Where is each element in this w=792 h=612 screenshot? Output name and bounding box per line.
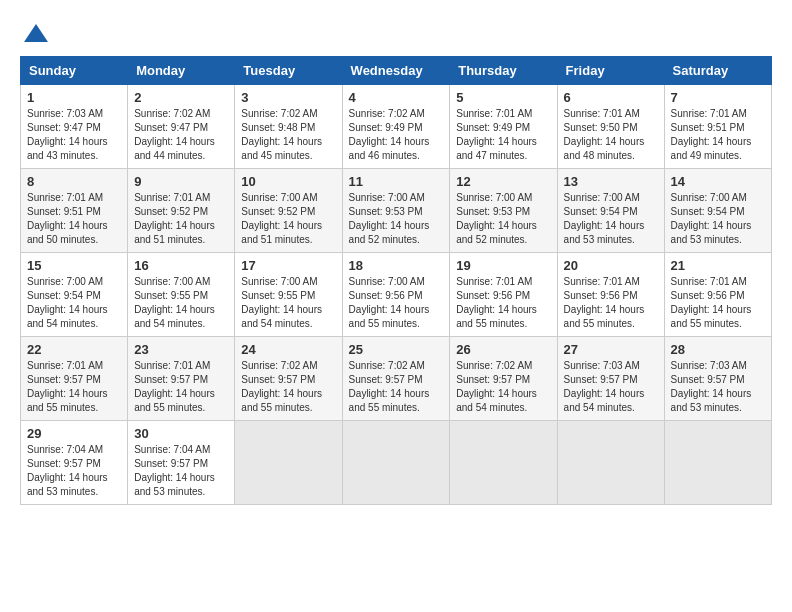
day-number: 2 [134, 90, 228, 105]
calendar-cell [342, 421, 450, 505]
day-number: 30 [134, 426, 228, 441]
day-info: Sunrise: 7:00 AMSunset: 9:56 PMDaylight:… [349, 275, 444, 331]
day-info: Sunrise: 7:04 AMSunset: 9:57 PMDaylight:… [134, 443, 228, 499]
day-info: Sunrise: 7:02 AMSunset: 9:47 PMDaylight:… [134, 107, 228, 163]
day-number: 15 [27, 258, 121, 273]
day-number: 13 [564, 174, 658, 189]
calendar-header-monday: Monday [128, 57, 235, 85]
day-number: 5 [456, 90, 550, 105]
calendar-cell: 17Sunrise: 7:00 AMSunset: 9:55 PMDayligh… [235, 253, 342, 337]
day-info: Sunrise: 7:03 AMSunset: 9:57 PMDaylight:… [671, 359, 765, 415]
calendar-week-3: 15Sunrise: 7:00 AMSunset: 9:54 PMDayligh… [21, 253, 772, 337]
calendar-cell: 30Sunrise: 7:04 AMSunset: 9:57 PMDayligh… [128, 421, 235, 505]
logo [20, 20, 50, 48]
day-info: Sunrise: 7:01 AMSunset: 9:56 PMDaylight:… [456, 275, 550, 331]
day-info: Sunrise: 7:01 AMSunset: 9:57 PMDaylight:… [27, 359, 121, 415]
calendar-cell: 8Sunrise: 7:01 AMSunset: 9:51 PMDaylight… [21, 169, 128, 253]
day-info: Sunrise: 7:04 AMSunset: 9:57 PMDaylight:… [27, 443, 121, 499]
day-number: 3 [241, 90, 335, 105]
calendar-header-thursday: Thursday [450, 57, 557, 85]
day-number: 4 [349, 90, 444, 105]
day-info: Sunrise: 7:01 AMSunset: 9:50 PMDaylight:… [564, 107, 658, 163]
day-number: 20 [564, 258, 658, 273]
day-info: Sunrise: 7:01 AMSunset: 9:51 PMDaylight:… [27, 191, 121, 247]
day-number: 7 [671, 90, 765, 105]
calendar-cell [235, 421, 342, 505]
calendar-week-2: 8Sunrise: 7:01 AMSunset: 9:51 PMDaylight… [21, 169, 772, 253]
day-number: 24 [241, 342, 335, 357]
day-info: Sunrise: 7:00 AMSunset: 9:55 PMDaylight:… [134, 275, 228, 331]
calendar-cell: 11Sunrise: 7:00 AMSunset: 9:53 PMDayligh… [342, 169, 450, 253]
day-info: Sunrise: 7:02 AMSunset: 9:49 PMDaylight:… [349, 107, 444, 163]
calendar-header-saturday: Saturday [664, 57, 771, 85]
page-header [20, 20, 772, 48]
day-number: 11 [349, 174, 444, 189]
calendar-cell: 20Sunrise: 7:01 AMSunset: 9:56 PMDayligh… [557, 253, 664, 337]
calendar-cell: 5Sunrise: 7:01 AMSunset: 9:49 PMDaylight… [450, 85, 557, 169]
day-number: 29 [27, 426, 121, 441]
day-number: 21 [671, 258, 765, 273]
calendar-cell: 18Sunrise: 7:00 AMSunset: 9:56 PMDayligh… [342, 253, 450, 337]
day-info: Sunrise: 7:00 AMSunset: 9:52 PMDaylight:… [241, 191, 335, 247]
calendar-body: 1Sunrise: 7:03 AMSunset: 9:47 PMDaylight… [21, 85, 772, 505]
day-info: Sunrise: 7:02 AMSunset: 9:57 PMDaylight:… [349, 359, 444, 415]
calendar-cell: 13Sunrise: 7:00 AMSunset: 9:54 PMDayligh… [557, 169, 664, 253]
day-info: Sunrise: 7:00 AMSunset: 9:55 PMDaylight:… [241, 275, 335, 331]
calendar-cell: 3Sunrise: 7:02 AMSunset: 9:48 PMDaylight… [235, 85, 342, 169]
day-info: Sunrise: 7:01 AMSunset: 9:56 PMDaylight:… [671, 275, 765, 331]
calendar-cell: 28Sunrise: 7:03 AMSunset: 9:57 PMDayligh… [664, 337, 771, 421]
calendar-cell [557, 421, 664, 505]
calendar-cell: 19Sunrise: 7:01 AMSunset: 9:56 PMDayligh… [450, 253, 557, 337]
day-number: 18 [349, 258, 444, 273]
calendar-cell: 10Sunrise: 7:00 AMSunset: 9:52 PMDayligh… [235, 169, 342, 253]
day-info: Sunrise: 7:01 AMSunset: 9:52 PMDaylight:… [134, 191, 228, 247]
day-number: 23 [134, 342, 228, 357]
calendar-cell: 14Sunrise: 7:00 AMSunset: 9:54 PMDayligh… [664, 169, 771, 253]
day-info: Sunrise: 7:01 AMSunset: 9:56 PMDaylight:… [564, 275, 658, 331]
calendar-header-wednesday: Wednesday [342, 57, 450, 85]
calendar-cell: 29Sunrise: 7:04 AMSunset: 9:57 PMDayligh… [21, 421, 128, 505]
day-number: 25 [349, 342, 444, 357]
day-info: Sunrise: 7:00 AMSunset: 9:53 PMDaylight:… [349, 191, 444, 247]
calendar-cell: 23Sunrise: 7:01 AMSunset: 9:57 PMDayligh… [128, 337, 235, 421]
day-number: 1 [27, 90, 121, 105]
calendar-table: SundayMondayTuesdayWednesdayThursdayFrid… [20, 56, 772, 505]
calendar-cell [450, 421, 557, 505]
day-info: Sunrise: 7:03 AMSunset: 9:47 PMDaylight:… [27, 107, 121, 163]
day-number: 27 [564, 342, 658, 357]
calendar-cell: 24Sunrise: 7:02 AMSunset: 9:57 PMDayligh… [235, 337, 342, 421]
day-info: Sunrise: 7:02 AMSunset: 9:48 PMDaylight:… [241, 107, 335, 163]
svg-marker-0 [24, 24, 48, 42]
day-info: Sunrise: 7:03 AMSunset: 9:57 PMDaylight:… [564, 359, 658, 415]
day-info: Sunrise: 7:00 AMSunset: 9:54 PMDaylight:… [27, 275, 121, 331]
calendar-cell: 21Sunrise: 7:01 AMSunset: 9:56 PMDayligh… [664, 253, 771, 337]
day-info: Sunrise: 7:01 AMSunset: 9:57 PMDaylight:… [134, 359, 228, 415]
calendar-cell: 12Sunrise: 7:00 AMSunset: 9:53 PMDayligh… [450, 169, 557, 253]
calendar-cell: 1Sunrise: 7:03 AMSunset: 9:47 PMDaylight… [21, 85, 128, 169]
calendar-cell: 6Sunrise: 7:01 AMSunset: 9:50 PMDaylight… [557, 85, 664, 169]
day-info: Sunrise: 7:00 AMSunset: 9:54 PMDaylight:… [671, 191, 765, 247]
day-info: Sunrise: 7:02 AMSunset: 9:57 PMDaylight:… [241, 359, 335, 415]
calendar-week-4: 22Sunrise: 7:01 AMSunset: 9:57 PMDayligh… [21, 337, 772, 421]
day-info: Sunrise: 7:00 AMSunset: 9:54 PMDaylight:… [564, 191, 658, 247]
day-info: Sunrise: 7:02 AMSunset: 9:57 PMDaylight:… [456, 359, 550, 415]
calendar-cell: 15Sunrise: 7:00 AMSunset: 9:54 PMDayligh… [21, 253, 128, 337]
logo-icon [22, 20, 50, 48]
calendar-header-row: SundayMondayTuesdayWednesdayThursdayFrid… [21, 57, 772, 85]
calendar-cell: 16Sunrise: 7:00 AMSunset: 9:55 PMDayligh… [128, 253, 235, 337]
day-info: Sunrise: 7:01 AMSunset: 9:51 PMDaylight:… [671, 107, 765, 163]
calendar-week-5: 29Sunrise: 7:04 AMSunset: 9:57 PMDayligh… [21, 421, 772, 505]
day-number: 26 [456, 342, 550, 357]
calendar-cell: 22Sunrise: 7:01 AMSunset: 9:57 PMDayligh… [21, 337, 128, 421]
calendar-cell: 25Sunrise: 7:02 AMSunset: 9:57 PMDayligh… [342, 337, 450, 421]
calendar-cell: 27Sunrise: 7:03 AMSunset: 9:57 PMDayligh… [557, 337, 664, 421]
calendar-header-friday: Friday [557, 57, 664, 85]
day-number: 6 [564, 90, 658, 105]
calendar-cell: 7Sunrise: 7:01 AMSunset: 9:51 PMDaylight… [664, 85, 771, 169]
calendar-header-sunday: Sunday [21, 57, 128, 85]
day-number: 22 [27, 342, 121, 357]
calendar-cell [664, 421, 771, 505]
calendar-cell: 4Sunrise: 7:02 AMSunset: 9:49 PMDaylight… [342, 85, 450, 169]
calendar-header-tuesday: Tuesday [235, 57, 342, 85]
day-number: 16 [134, 258, 228, 273]
